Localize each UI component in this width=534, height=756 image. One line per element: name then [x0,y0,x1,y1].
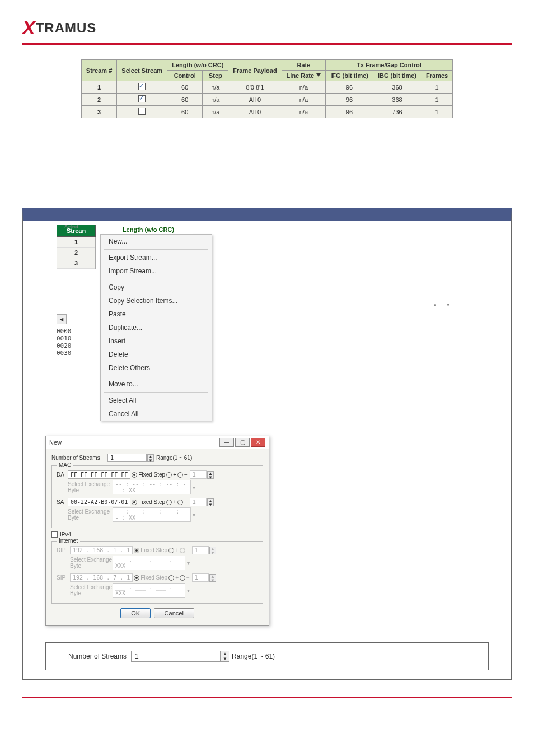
num-streams-input[interactable]: 1 [107,454,147,462]
range-text: Range(1 ~ 61) [156,455,192,461]
ipv4-checkbox[interactable] [51,531,58,538]
logo-x: X [22,17,35,39]
menu-separator [104,279,208,279]
table-row: 3 60 n/a All 0 n/a 96 736 1 [81,106,452,118]
th-control: Control [167,71,203,81]
partial-header: Length (w/o CRC) [104,225,193,234]
table-row: 2 60 n/a All 0 n/a 96 368 1 [81,94,452,106]
address-list: 0000 0010 0020 0030 [57,328,96,357]
th-ifg: IFG (bit time) [326,71,373,81]
menu-separator [104,392,208,393]
mask-select[interactable]: ___ . ___ . ___ . XXX [113,583,185,598]
menu-separator [104,249,208,250]
dialog-titlebar: New — ▢ ✕ [46,436,269,449]
step-minus-radio[interactable] [177,472,183,478]
num-streams-row: Number of Streams 1 ▲▼ Range(1 ~ 61) [45,642,489,670]
stream-checkbox[interactable] [138,83,146,90]
scroll-left-icon[interactable]: ◄ [57,314,67,324]
fixed-radio[interactable] [132,472,137,478]
menu-separator [104,376,208,376]
logo-rest: TRAMUS [36,20,97,36]
menu-move-to[interactable]: Move to... [101,377,212,391]
stream-table: Stream # Select Stream Length (w/o CRC) … [81,59,453,118]
stream-column: Select Strean 1 2 3 ◄ 0000 0010 0020 003… [57,225,96,357]
menu-paste[interactable]: Paste [101,307,212,321]
dropdown-icon[interactable]: ▾ [191,484,195,491]
spinner-icon[interactable]: ▲▼ [221,651,229,662]
context-menu: New... Export Stream... Import Stream...… [100,234,212,421]
fixed-radio[interactable] [132,500,137,505]
menu-export[interactable]: Export Stream... [101,251,212,264]
fixed-radio[interactable] [134,575,139,581]
th-line-rate[interactable]: Line Rate [282,71,326,81]
spinner-icon[interactable]: ▲▼ [207,498,214,506]
page-header: X TRAMUS [22,17,512,45]
menu-copy-sel[interactable]: Copy Selection Items... [101,294,212,307]
step-minus-radio[interactable] [180,575,185,581]
menu-cancel-all[interactable]: Cancel All [101,407,212,421]
th-rate: Rate [282,60,326,71]
step-plus-radio[interactable] [166,500,172,505]
menu-select-all[interactable]: Select All [101,394,212,407]
minimize-button[interactable]: — [219,438,234,447]
th-step: Step [203,71,228,81]
row-num[interactable]: 1 [57,237,95,248]
th-select-stream: Select Stream [117,60,167,81]
num-streams-input[interactable]: 1 [131,651,221,662]
new-dialog: New — ▢ ✕ Number of Streams 1 ▲▼ Range(1… [45,436,269,626]
sip-input[interactable]: 192 . 168 . 7 . 1 [70,573,133,582]
mac-fieldset: MAC DA FF-FF-FF-FF-FF-FF Fixed Step + − … [51,465,263,528]
menu-new[interactable]: New... [101,235,212,248]
close-button[interactable]: ✕ [251,438,265,447]
num-streams-label: Number of Streams [68,652,127,660]
dip-input[interactable]: 192 . 168 . 1 . 1 [70,546,133,554]
spinner-icon[interactable]: ▲▼ [209,547,216,554]
stream-checkbox[interactable] [138,108,146,115]
step-minus-radio[interactable] [177,500,183,505]
step-plus-radio[interactable] [168,548,174,553]
quote-marks: “ ” [434,303,483,311]
ok-button[interactable]: OK [120,608,151,618]
cancel-button[interactable]: Cancel [154,608,194,618]
dropdown-icon[interactable]: ▾ [185,587,190,594]
menu-insert[interactable]: Insert [101,334,212,348]
spinner-icon[interactable]: ▲▼ [147,454,154,462]
menu-copy[interactable]: Copy [101,281,212,294]
step-plus-radio[interactable] [166,472,172,478]
menu-delete[interactable]: Delete [101,348,212,361]
step-plus-radio[interactable] [168,575,174,581]
dialog-title: New [49,439,62,446]
internet-fieldset: Internet DIP 192 . 168 . 1 . 1 Fixed Ste… [51,541,263,604]
context-menu-panel: Select Strean 1 2 3 ◄ 0000 0010 0020 003… [22,208,512,680]
num-streams-label: Number of Streams [51,455,107,461]
th-length-group: Length (w/o CRC) [167,60,228,71]
logo: X TRAMUS [22,17,96,39]
spinner-icon[interactable]: ▲▼ [209,574,216,582]
th-frame-payload: Frame Payload [228,60,282,81]
dropdown-icon[interactable]: ▾ [185,560,190,566]
stream-checkbox[interactable] [138,95,146,102]
mask-select[interactable]: -- : -- : -- : -- : -- : XX [113,480,191,494]
th-ibg: IBG (bit time) [373,71,421,81]
menu-import[interactable]: Import Stream... [101,264,212,278]
mask-select[interactable]: ___ . ___ . ___ . XXX [113,556,185,570]
da-input[interactable]: FF-FF-FF-FF-FF-FF [68,470,130,479]
th-tx-group: Tx Frame/Gap Control [326,60,453,71]
row-num[interactable]: 3 [57,258,95,269]
fixed-radio[interactable] [134,548,139,553]
spinner-icon[interactable]: ▲▼ [207,471,214,479]
dropdown-icon[interactable]: ▾ [191,512,195,518]
mask-select[interactable]: -- : -- : -- : -- : -- : XX [113,507,191,522]
menu-delete-others[interactable]: Delete Others [101,361,212,375]
maximize-button[interactable]: ▢ [235,438,250,447]
row-num[interactable]: 2 [57,248,95,258]
rate-dropdown-icon[interactable] [316,73,321,78]
table-row: 1 60 n/a 8'0 8'1 n/a 96 368 1 [81,81,452,94]
th-stream-no: Stream # [81,60,116,81]
sa-input[interactable]: 00-22-A2-B0-07-01 [68,498,130,506]
menu-duplicate[interactable]: Duplicate... [101,321,212,334]
th-frames: Frames [421,71,453,81]
footer-rule [22,697,512,698]
range-text: Range(1 ~ 61) [232,652,275,660]
step-minus-radio[interactable] [180,548,185,553]
